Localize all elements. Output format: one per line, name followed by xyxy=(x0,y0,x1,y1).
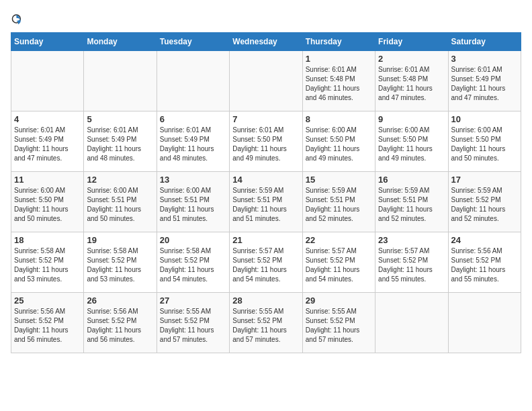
day-number: 8 xyxy=(306,114,372,124)
day-info: Sunrise: 6:01 AM Sunset: 5:50 PM Dayligh… xyxy=(232,126,299,163)
day-info: Sunrise: 6:01 AM Sunset: 5:49 PM Dayligh… xyxy=(160,126,226,163)
day-number: 15 xyxy=(306,175,372,185)
day-cell: 20Sunrise: 5:58 AM Sunset: 5:52 PM Dayli… xyxy=(157,232,229,293)
day-info: Sunrise: 6:01 AM Sunset: 5:48 PM Dayligh… xyxy=(306,65,372,103)
column-header-sunday: Sunday xyxy=(11,33,84,51)
day-number: 5 xyxy=(87,114,153,124)
day-number: 25 xyxy=(14,295,81,306)
day-cell: 28Sunrise: 5:55 AM Sunset: 5:52 PM Dayli… xyxy=(230,293,302,353)
day-info: Sunrise: 5:57 AM Sunset: 5:52 PM Dayligh… xyxy=(232,246,299,284)
day-cell: 25Sunrise: 5:56 AM Sunset: 5:52 PM Dayli… xyxy=(11,293,84,353)
week-row-4: 18Sunrise: 5:58 AM Sunset: 5:52 PM Dayli… xyxy=(11,232,521,293)
header xyxy=(11,11,521,27)
day-number: 18 xyxy=(14,235,81,245)
week-row-5: 25Sunrise: 5:56 AM Sunset: 5:52 PM Dayli… xyxy=(11,293,521,353)
day-number: 2 xyxy=(378,54,445,64)
column-header-tuesday: Tuesday xyxy=(157,33,229,51)
day-number: 21 xyxy=(232,235,299,245)
day-number: 1 xyxy=(306,54,372,64)
day-cell xyxy=(11,51,84,111)
day-cell: 24Sunrise: 5:56 AM Sunset: 5:52 PM Dayli… xyxy=(448,232,521,293)
day-number: 27 xyxy=(160,295,226,306)
day-cell: 3Sunrise: 6:01 AM Sunset: 5:49 PM Daylig… xyxy=(448,51,521,111)
day-number: 17 xyxy=(451,175,518,185)
day-cell: 14Sunrise: 5:59 AM Sunset: 5:51 PM Dayli… xyxy=(230,172,302,232)
day-info: Sunrise: 6:01 AM Sunset: 5:49 PM Dayligh… xyxy=(14,126,81,163)
day-cell: 17Sunrise: 5:59 AM Sunset: 5:52 PM Dayli… xyxy=(448,172,521,232)
day-info: Sunrise: 5:55 AM Sunset: 5:52 PM Dayligh… xyxy=(160,307,226,345)
day-cell: 26Sunrise: 5:56 AM Sunset: 5:52 PM Dayli… xyxy=(84,293,157,353)
day-cell: 10Sunrise: 6:00 AM Sunset: 5:50 PM Dayli… xyxy=(448,111,521,172)
day-info: Sunrise: 6:01 AM Sunset: 5:49 PM Dayligh… xyxy=(451,65,518,103)
day-number: 13 xyxy=(160,175,226,185)
day-info: Sunrise: 6:00 AM Sunset: 5:50 PM Dayligh… xyxy=(306,126,372,163)
day-number: 11 xyxy=(14,175,81,185)
day-number: 28 xyxy=(232,295,299,306)
day-info: Sunrise: 5:58 AM Sunset: 5:52 PM Dayligh… xyxy=(14,246,81,284)
day-number: 6 xyxy=(160,114,226,124)
day-cell xyxy=(448,293,521,353)
day-info: Sunrise: 5:57 AM Sunset: 5:52 PM Dayligh… xyxy=(378,246,445,284)
day-number: 22 xyxy=(306,235,372,245)
day-cell: 27Sunrise: 5:55 AM Sunset: 5:52 PM Dayli… xyxy=(157,293,229,353)
day-info: Sunrise: 5:57 AM Sunset: 5:52 PM Dayligh… xyxy=(306,246,372,284)
column-header-thursday: Thursday xyxy=(302,33,375,51)
day-info: Sunrise: 6:00 AM Sunset: 5:50 PM Dayligh… xyxy=(378,126,445,163)
day-cell: 23Sunrise: 5:57 AM Sunset: 5:52 PM Dayli… xyxy=(375,232,448,293)
day-info: Sunrise: 5:59 AM Sunset: 5:51 PM Dayligh… xyxy=(378,186,445,224)
day-cell xyxy=(84,51,157,111)
day-number: 23 xyxy=(378,235,445,245)
header-row: SundayMondayTuesdayWednesdayThursdayFrid… xyxy=(11,33,521,51)
day-info: Sunrise: 5:58 AM Sunset: 5:52 PM Dayligh… xyxy=(160,246,226,284)
week-row-3: 11Sunrise: 6:00 AM Sunset: 5:50 PM Dayli… xyxy=(11,172,521,232)
day-cell: 11Sunrise: 6:00 AM Sunset: 5:50 PM Dayli… xyxy=(11,172,84,232)
day-info: Sunrise: 6:00 AM Sunset: 5:51 PM Dayligh… xyxy=(160,186,226,224)
column-header-saturday: Saturday xyxy=(448,33,521,51)
logo-icon xyxy=(11,11,27,27)
day-number: 24 xyxy=(451,235,518,245)
column-header-friday: Friday xyxy=(375,33,448,51)
day-cell: 21Sunrise: 5:57 AM Sunset: 5:52 PM Dayli… xyxy=(230,232,302,293)
day-info: Sunrise: 5:59 AM Sunset: 5:51 PM Dayligh… xyxy=(306,186,372,224)
week-row-1: 1Sunrise: 6:01 AM Sunset: 5:48 PM Daylig… xyxy=(11,51,521,111)
day-cell: 8Sunrise: 6:00 AM Sunset: 5:50 PM Daylig… xyxy=(302,111,375,172)
day-info: Sunrise: 5:58 AM Sunset: 5:52 PM Dayligh… xyxy=(87,246,153,284)
day-cell: 1Sunrise: 6:01 AM Sunset: 5:48 PM Daylig… xyxy=(302,51,375,111)
day-info: Sunrise: 5:55 AM Sunset: 5:52 PM Dayligh… xyxy=(306,307,372,345)
day-number: 20 xyxy=(160,235,226,245)
day-cell: 15Sunrise: 5:59 AM Sunset: 5:51 PM Dayli… xyxy=(302,172,375,232)
day-info: Sunrise: 5:56 AM Sunset: 5:52 PM Dayligh… xyxy=(87,307,153,345)
day-info: Sunrise: 5:55 AM Sunset: 5:52 PM Dayligh… xyxy=(232,307,299,345)
day-cell: 16Sunrise: 5:59 AM Sunset: 5:51 PM Dayli… xyxy=(375,172,448,232)
day-cell: 2Sunrise: 6:01 AM Sunset: 5:48 PM Daylig… xyxy=(375,51,448,111)
week-row-2: 4Sunrise: 6:01 AM Sunset: 5:49 PM Daylig… xyxy=(11,111,521,172)
column-header-wednesday: Wednesday xyxy=(230,33,302,51)
day-cell xyxy=(375,293,448,353)
day-cell xyxy=(230,51,302,111)
day-number: 12 xyxy=(87,175,153,185)
day-number: 14 xyxy=(232,175,299,185)
day-info: Sunrise: 6:00 AM Sunset: 5:50 PM Dayligh… xyxy=(451,126,518,163)
day-cell: 12Sunrise: 6:00 AM Sunset: 5:51 PM Dayli… xyxy=(84,172,157,232)
day-info: Sunrise: 6:01 AM Sunset: 5:49 PM Dayligh… xyxy=(87,126,153,163)
day-info: Sunrise: 6:00 AM Sunset: 5:51 PM Dayligh… xyxy=(87,186,153,224)
day-number: 3 xyxy=(451,54,518,64)
day-number: 10 xyxy=(451,114,518,124)
day-number: 16 xyxy=(378,175,445,185)
day-info: Sunrise: 6:00 AM Sunset: 5:50 PM Dayligh… xyxy=(14,186,81,224)
day-number: 7 xyxy=(232,114,299,124)
day-number: 29 xyxy=(306,295,372,306)
day-cell: 13Sunrise: 6:00 AM Sunset: 5:51 PM Dayli… xyxy=(157,172,229,232)
day-cell: 5Sunrise: 6:01 AM Sunset: 5:49 PM Daylig… xyxy=(84,111,157,172)
day-number: 19 xyxy=(87,235,153,245)
day-cell: 18Sunrise: 5:58 AM Sunset: 5:52 PM Dayli… xyxy=(11,232,84,293)
day-number: 9 xyxy=(378,114,445,124)
day-number: 4 xyxy=(14,114,81,124)
day-cell: 4Sunrise: 6:01 AM Sunset: 5:49 PM Daylig… xyxy=(11,111,84,172)
logo xyxy=(11,11,30,27)
day-info: Sunrise: 6:01 AM Sunset: 5:48 PM Dayligh… xyxy=(378,65,445,103)
day-cell xyxy=(157,51,229,111)
calendar-table: SundayMondayTuesdayWednesdayThursdayFrid… xyxy=(11,32,521,353)
day-cell: 7Sunrise: 6:01 AM Sunset: 5:50 PM Daylig… xyxy=(230,111,302,172)
day-cell: 9Sunrise: 6:00 AM Sunset: 5:50 PM Daylig… xyxy=(375,111,448,172)
